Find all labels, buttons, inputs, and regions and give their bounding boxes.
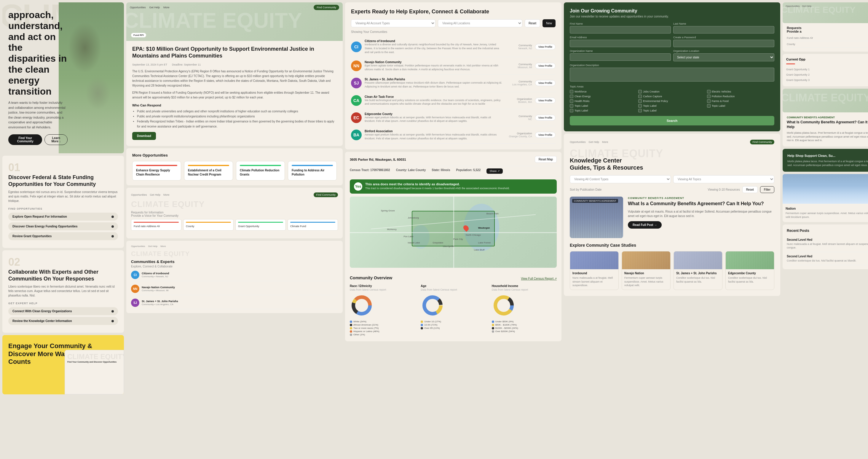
article-body-1: The U.S. Environmental Protection Agency…: [132, 69, 337, 88]
featured-article-image: COMMUNITY BENEFITS AGREEMENT: [570, 196, 623, 238]
opp-card-2[interactable]: Climate Pollution Reduction Grants: [236, 161, 285, 181]
email-input[interactable]: [570, 40, 671, 47]
checkbox-env-policy[interactable]: Environmental Policy: [638, 99, 706, 103]
screen-find-btn[interactable]: Find Community: [314, 192, 338, 197]
map-panel: 3605 Parker Rd, Waukegan, IL 60031 Reset…: [345, 152, 561, 341]
map-county: County: Lake County: [396, 169, 426, 174]
col5-recent-title: Recent Posts: [787, 228, 868, 233]
census-tract: Census Tract: 170979861802: [350, 169, 390, 174]
rfi-card-3[interactable]: Climate Fund: [287, 219, 338, 231]
checkbox-jobs[interactable]: Jobs Creation: [638, 90, 706, 93]
find-community-button[interactable]: Find Your Community: [8, 134, 42, 145]
case-card-st-james[interactable]: St. James + St. John Parishs Conditor sc…: [674, 251, 722, 290]
action-btn-2[interactable]: Review Grant Opportunities: [8, 232, 118, 240]
password-input[interactable]: [673, 40, 774, 47]
profile-avatar-2: SJ: [351, 78, 362, 88]
profile-item-5: BA Binford Association Aenean eget preti…: [351, 127, 556, 144]
checkbox-pollution[interactable]: Pollution Reduction: [707, 95, 774, 98]
action-dot-2: [112, 235, 114, 238]
map-share-button[interactable]: Share ↗: [487, 169, 503, 174]
profile-btn-3[interactable]: View Profile: [535, 97, 556, 103]
map-population: Population: 5,522: [456, 169, 480, 174]
section-01-body: Egestas scelerisque nisl cursus arcu in …: [8, 190, 118, 203]
rfi-card-0[interactable]: Fund nato Address Alr: [131, 219, 181, 231]
org-desc-textarea[interactable]: [570, 68, 774, 82]
checkbox-t3[interactable]: Topic Label: [707, 104, 774, 108]
col5-help-text: Morbi platea platea lacus. Pret fermentu…: [787, 159, 868, 167]
reset-button[interactable]: Reset: [525, 19, 540, 27]
kc-topics-select[interactable]: Viewing All Topics: [673, 175, 774, 183]
article-header: CLIMATE EQUITY Opportunities Get Help Mo…: [126, 2, 343, 41]
rfi-section: Requests for InformationProvide a Voice …: [131, 211, 338, 231]
action-btn-3[interactable]: Connect With Clean Energy Organizations: [8, 307, 118, 315]
join-panel: Join Our Growing Community Join our news…: [564, 2, 780, 131]
map-state: State: Illinois: [432, 169, 450, 174]
checkbox-t2[interactable]: Topic Label: [638, 104, 706, 108]
profile-btn-2[interactable]: View Profile: [535, 80, 556, 86]
learn-more-button[interactable]: Learn More ↓: [44, 134, 68, 145]
action-btn-4[interactable]: Review the Knowledge Center Information: [8, 317, 118, 325]
section-02-number: 02: [8, 257, 118, 268]
yellow-screen-title: Find Your Community and Discover Opportu…: [67, 361, 121, 363]
action-btn-0[interactable]: Explore Open Request For Information: [8, 213, 118, 221]
opp-card-3[interactable]: Funding to Address Air Pollution: [288, 161, 337, 181]
action-btn-1[interactable]: Discover Clean Energy Funding Opportunit…: [8, 222, 118, 231]
kc-content-type-select[interactable]: Viewing All Content Types: [570, 175, 671, 183]
col5-nation-title: Nation: [785, 207, 868, 210]
age-chart: Age Data from latest Census report Under…: [421, 284, 486, 337]
hero-main-title: approach, understand, and act on the dis…: [8, 9, 68, 97]
first-name-input[interactable]: [570, 26, 671, 33]
col5-what-is-panel: CLIMATE EQUITY COMMUNITY BENEFITS AGREEM…: [783, 89, 868, 147]
who-can-respond-title: Who Can Respond: [132, 103, 337, 107]
profile-item-3: CA Clean Air Task Force We build technol…: [351, 92, 556, 109]
case-card-edgecombe[interactable]: Edgecombe County Conditor scelerisque du…: [725, 251, 774, 290]
last-name-input[interactable]: [673, 26, 774, 33]
view-census-link[interactable]: View Full Census Report ↗: [521, 277, 557, 280]
case-card-ironbound[interactable]: Ironbound Nunc malesuada a at feugiat. M…: [570, 251, 619, 290]
org-name-input[interactable]: [570, 53, 671, 61]
read-full-post-button[interactable]: Read Full Post →: [628, 221, 662, 228]
profile-btn-0[interactable]: View Profile: [535, 44, 556, 50]
checkbox-t1[interactable]: Topic Label: [570, 104, 637, 108]
case-card-navajo[interactable]: Navajo Nation Fermentum cuper aenean tur…: [622, 251, 671, 290]
account-type-select[interactable]: Viewing All Account Types: [351, 19, 435, 27]
map-reset-button[interactable]: Reset Map: [535, 156, 557, 163]
join-title: Join Our Growing Community: [570, 8, 774, 13]
download-button[interactable]: Download: [132, 132, 156, 140]
new-button[interactable]: New: [542, 19, 556, 27]
search-submit-button[interactable]: Search: [570, 116, 774, 125]
section-02-panel: 02 Collaborate With Experts and Other Co…: [2, 250, 124, 333]
profile-list: CI Citizens of Ironbound Ironbound is a …: [351, 36, 556, 144]
article-title: EPA: $10 Million Grant Opportunity to Su…: [132, 45, 337, 60]
recent-item-1[interactable]: Second Level Hed Conditor scelerisque du…: [787, 252, 868, 265]
location-select[interactable]: Viewing All Locations: [438, 19, 522, 27]
article-nav: Opportunities Get Help More Find Communi…: [126, 5, 343, 10]
action-dot-4: [112, 320, 114, 322]
checkbox-t5[interactable]: Topic Label: [638, 109, 706, 112]
opp-card-0[interactable]: Enhance Energy Supply Chain Resilience: [132, 161, 181, 181]
section-02-find-label: GET EXPERT HELP: [8, 302, 118, 305]
recent-item-0[interactable]: Second Level Hed Nunc malesuada a at feu…: [787, 236, 868, 252]
checkbox-health[interactable]: Health Risks: [570, 99, 637, 103]
nav-find-community-button[interactable]: Find Community: [314, 5, 339, 10]
profile-btn-4[interactable]: View Profile: [535, 115, 556, 121]
opp-card-1[interactable]: Establishment of a Civil Nuclear Credit …: [184, 161, 233, 181]
profile-btn-5[interactable]: View Profile: [535, 132, 556, 138]
who-item-2: Federally Recognized Indian Tribes - Ind…: [137, 119, 337, 129]
rfi-card-2[interactable]: Grant Opportunity: [236, 219, 286, 231]
more-opportunities-panel: More Opportunities Enhance Energy Supply…: [126, 148, 343, 185]
kc-nav-find-btn[interactable]: Find Community: [750, 140, 774, 144]
article-deadline: Deadline: September 11: [172, 63, 201, 66]
kc-reset-button[interactable]: Reset: [742, 186, 758, 193]
checkbox-clean-energy[interactable]: Clean Energy: [570, 95, 637, 98]
col5-requests-title: RequestsProvide a: [787, 26, 868, 33]
checkbox-carbon[interactable]: Carbon Capture: [638, 95, 706, 98]
kc-filter-button[interactable]: Filter: [760, 186, 774, 193]
checkbox-ev[interactable]: Electric Vehicles: [707, 90, 774, 93]
profile-btn-1[interactable]: View Profile: [535, 63, 556, 69]
org-location-select[interactable]: Select your state: [673, 53, 774, 61]
checkbox-farms[interactable]: Farms & Food: [707, 99, 774, 103]
checkbox-t4[interactable]: Topic Label: [570, 109, 637, 112]
rfi-card-1[interactable]: County: [183, 219, 234, 231]
checkbox-workforce[interactable]: Workforce: [570, 90, 637, 93]
